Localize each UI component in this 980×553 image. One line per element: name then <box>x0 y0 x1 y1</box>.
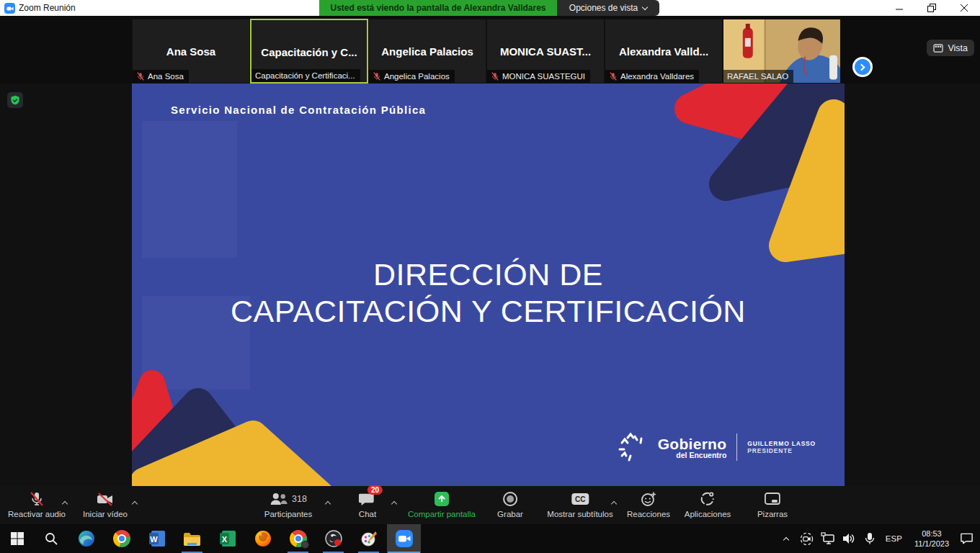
participants-options-chevron-icon[interactable] <box>325 501 331 507</box>
screen-recording-indicator-icon[interactable] <box>799 524 815 553</box>
slide-decorative-shapes-top-right <box>657 84 845 285</box>
participant-label: Ana Sosa <box>133 70 189 83</box>
windows-logo-icon <box>10 531 24 546</box>
participant-label-text: Capacitación y Certificaci... <box>255 71 355 80</box>
mic-muted-icon <box>373 72 381 81</box>
audio-options-chevron-icon[interactable] <box>62 501 68 507</box>
participant-label: Angelica Palacios <box>369 70 455 83</box>
slide-header: Servicio Nacional de Contratación Públic… <box>171 104 426 116</box>
action-center-icon[interactable] <box>958 524 974 553</box>
participant-label-text: Ana Sosa <box>148 72 184 81</box>
taskbar-obs-icon[interactable] <box>316 524 350 553</box>
taskbar-edge-icon[interactable] <box>69 524 103 553</box>
taskbar-chrome-app-icon[interactable] <box>281 524 315 553</box>
security-shield-button[interactable] <box>7 92 23 108</box>
participant-label-text: RAFAEL SALAO <box>727 72 788 81</box>
record-icon <box>502 491 518 507</box>
chevron-right-icon <box>858 63 865 71</box>
chat-label: Chat <box>359 510 376 518</box>
participant-name: Angelica Palacios <box>369 45 486 58</box>
search-button[interactable] <box>34 524 68 553</box>
participant-label: Capacitación y Certificaci... <box>251 69 360 82</box>
participant-tile-capacitacion[interactable]: Capacitación y C... Capacitación y Certi… <box>250 19 368 84</box>
view-options-button[interactable]: Opciones de vista <box>557 0 659 16</box>
clock-time: 08:53 <box>914 529 949 539</box>
share-screen-label: Compartir pantalla <box>408 510 476 518</box>
apps-icon <box>700 491 716 507</box>
participant-label: MONICA SUASTEGUI <box>487 70 590 83</box>
participant-name: Capacitación y C... <box>251 46 367 58</box>
whiteboards-label: Pizarras <box>757 510 788 518</box>
restore-button[interactable] <box>915 0 948 16</box>
gear-icon <box>301 541 309 549</box>
slide-title-line2: CAPACITACIÓN Y CERTIFICACIÓN <box>132 293 845 330</box>
taskbar-file-explorer-icon[interactable] <box>175 524 209 553</box>
closed-captions-icon: CC <box>571 493 589 505</box>
network-icon[interactable] <box>820 524 836 553</box>
participant-label: RAFAEL SALAO <box>723 70 793 83</box>
participant-strip: Ana Sosa Ana Sosa Capacitación y C... Ca… <box>0 16 980 84</box>
view-button[interactable]: Vista <box>927 40 974 56</box>
gallery-view-icon <box>933 44 943 53</box>
participant-name: Ana Sosa <box>133 45 249 58</box>
apps-button[interactable]: Aplicaciones <box>685 490 731 518</box>
zoom-meeting-window: Zoom Reunión Usted está viendo la pantal… <box>0 0 980 553</box>
participant-tile-ana-sosa[interactable]: Ana Sosa Ana Sosa <box>132 19 250 84</box>
chevron-down-icon <box>642 4 648 9</box>
participant-label-text: Angelica Palacios <box>384 72 450 81</box>
window-title: Zoom Reunión <box>19 3 76 13</box>
tray-chevron-up-icon[interactable] <box>778 524 794 553</box>
svg-text:X: X <box>221 535 227 544</box>
participant-tile-monica[interactable]: MONICA SUAST... MONICA SUASTEGUI <box>486 19 605 84</box>
search-icon <box>44 531 58 546</box>
zoom-app-icon <box>4 3 15 14</box>
svg-text:W: W <box>150 535 158 544</box>
president-title: PRESIDENTE <box>747 447 816 454</box>
mic-muted-icon <box>136 72 145 81</box>
taskbar-firefox-icon[interactable] <box>246 524 280 553</box>
mic-muted-icon <box>29 491 45 507</box>
unmute-label: Reactivar audio <box>8 510 66 518</box>
participants-button[interactable]: 318 Participantes <box>264 490 312 518</box>
volume-icon[interactable] <box>841 524 857 553</box>
slide-faint-panel <box>142 121 237 258</box>
whiteboards-button[interactable]: Pizarras <box>757 490 788 518</box>
unmute-button[interactable]: Reactivar audio <box>8 490 66 518</box>
chat-button[interactable]: 20 Chat <box>359 490 376 518</box>
chat-options-chevron-icon[interactable] <box>391 501 397 507</box>
close-button[interactable] <box>948 0 980 16</box>
svg-text:CC: CC <box>575 495 585 503</box>
screen-share-banner: Usted está viendo la pantalla de Alexand… <box>319 0 557 16</box>
next-participants-button[interactable] <box>852 57 873 77</box>
share-screen-button[interactable]: Compartir pantalla <box>408 490 476 518</box>
taskbar-paint3d-icon[interactable] <box>352 524 386 553</box>
taskbar-excel-icon[interactable]: X <box>210 524 244 553</box>
start-video-button[interactable]: Iniciar vídeo <box>83 490 128 518</box>
record-button[interactable]: Grabar <box>497 490 523 518</box>
video-options-chevron-icon[interactable] <box>132 501 138 507</box>
start-button[interactable] <box>0 524 34 553</box>
reactions-button[interactable]: Reacciones <box>627 490 670 518</box>
president-name: GUILLERMO LASSO <box>747 440 816 447</box>
participant-tile-alexandra[interactable]: Alexandra Valld... Alexandra Valldares <box>605 19 723 84</box>
clock[interactable]: 08:53 11/1/2023 <box>910 529 953 549</box>
share-screen-icon <box>434 491 450 507</box>
captions-options-chevron-icon[interactable] <box>611 501 617 507</box>
view-options-label: Opciones de vista <box>569 3 638 13</box>
taskbar-word-icon[interactable]: W <box>140 524 174 553</box>
participants-icon <box>270 492 288 506</box>
minimize-button[interactable] <box>883 0 915 16</box>
language-indicator[interactable]: ESP <box>883 534 905 543</box>
participant-tile-rafael-video[interactable]: RAFAEL SALAO <box>723 19 841 84</box>
apps-label: Aplicaciones <box>685 510 731 518</box>
clock-date: 11/1/2023 <box>914 539 949 549</box>
participant-name: Alexandra Valld... <box>605 45 722 58</box>
start-video-label: Iniciar vídeo <box>83 510 128 518</box>
taskbar-chrome-icon[interactable] <box>104 524 138 553</box>
windows-taskbar: W X <box>0 524 980 553</box>
captions-button[interactable]: CC Mostrar subtítulos <box>547 490 612 518</box>
participant-tile-angelica[interactable]: Angelica Palacios Angelica Palacios <box>368 19 486 84</box>
microphone-tray-icon[interactable] <box>862 524 878 553</box>
mic-muted-icon <box>491 72 499 81</box>
taskbar-zoom-icon[interactable] <box>387 524 421 553</box>
